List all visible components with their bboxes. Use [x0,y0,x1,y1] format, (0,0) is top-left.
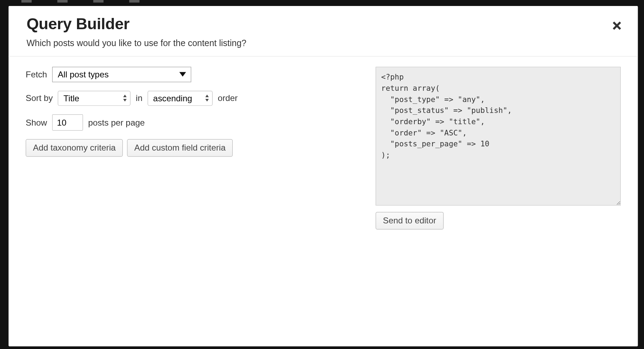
posts-per-page-input[interactable] [52,114,83,131]
close-icon[interactable] [612,20,622,32]
sortby-label: Sort by [26,94,53,103]
query-builder-modal: Query Builder Which posts would you like… [8,6,638,347]
modal-subtitle: Which posts would you like to use for th… [26,38,620,49]
order-word: order [218,94,238,103]
modal-header: Query Builder Which posts would you like… [8,6,638,57]
add-customfield-button[interactable]: Add custom field criteria [127,139,233,157]
background-toolbar-hint [0,0,644,6]
fetch-select[interactable]: All post types [52,67,192,82]
criteria-buttons-row: Add taxonomy criteria Add custom field c… [26,139,363,157]
pp-label: posts per page [88,118,145,127]
in-word: in [136,94,142,103]
show-label: Show [26,118,47,127]
show-row: Show posts per page [26,114,363,131]
fetch-row: Fetch All post types [26,67,363,82]
query-form-panel: Fetch All post types Sort by T [26,67,376,346]
sortby-select[interactable]: Title [58,91,131,106]
add-taxonomy-button[interactable]: Add taxonomy criteria [26,139,123,157]
direction-select[interactable]: ascending [148,91,213,106]
modal-body: Fetch All post types Sort by T [8,57,638,347]
code-textarea[interactable] [376,67,621,205]
send-to-editor-button[interactable]: Send to editor [376,212,444,230]
modal-title: Query Builder [26,15,620,33]
sortby-row: Sort by Title in [26,91,363,106]
fetch-label: Fetch [26,70,47,80]
code-preview-panel: Send to editor [376,67,621,346]
